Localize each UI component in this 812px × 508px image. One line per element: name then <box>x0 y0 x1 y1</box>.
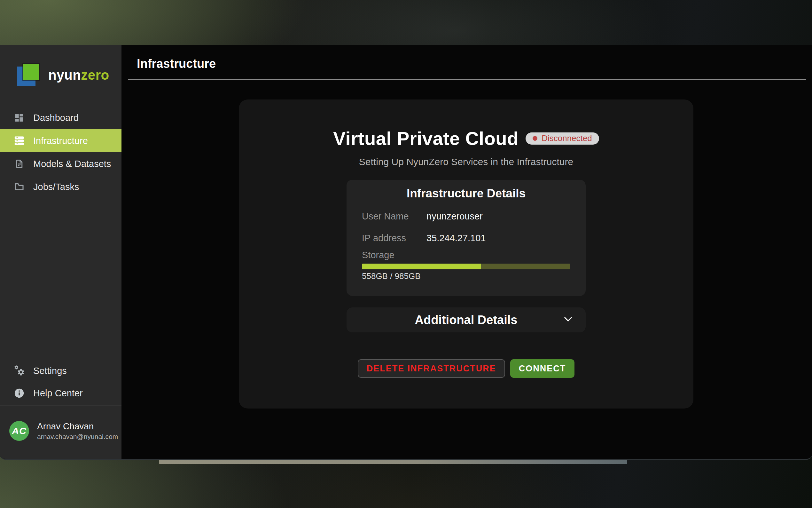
status-badge: Disconnected <box>526 132 599 144</box>
sidebar-item-infrastructure[interactable]: Infrastructure <box>0 129 122 152</box>
sidebar-nav: Dashboard <box>0 106 122 198</box>
sidebar-item-label: Settings <box>33 366 67 376</box>
desktop-base-strip <box>159 460 627 464</box>
chevron-down-icon <box>564 316 572 324</box>
connect-button[interactable]: CONNECT <box>510 359 575 378</box>
storage-label: Storage <box>362 250 394 260</box>
additional-details-toggle[interactable]: Additional Details <box>346 307 586 332</box>
brand-name: nyunzero <box>48 68 109 83</box>
detail-row-ip-address: IP address 35.244.27.101 <box>362 233 486 244</box>
sidebar: nyunzero Dashboard <box>0 45 122 459</box>
additional-details-title: Additional Details <box>415 313 518 327</box>
status-label: Disconnected <box>541 133 592 143</box>
detail-label: IP address <box>362 233 426 244</box>
delete-infrastructure-button[interactable]: DELETE INFRASTRUCTURE <box>358 359 505 378</box>
sidebar-item-models-datasets[interactable]: Models & Datasets <box>0 152 122 175</box>
sidebar-item-dashboard[interactable]: Dashboard <box>0 106 122 129</box>
action-buttons: DELETE INFRASTRUCTURE CONNECT <box>239 359 694 378</box>
detail-value: nyunzerouser <box>426 211 483 222</box>
sidebar-item-label: Dashboard <box>33 113 79 123</box>
sidebar-item-label: Models & Datasets <box>33 159 111 169</box>
sidebar-footer-nav: Settings Help Center <box>0 359 122 405</box>
sidebar-item-label: Infrastructure <box>33 136 88 146</box>
dashboard-icon <box>13 112 25 124</box>
sidebar-divider <box>0 406 122 406</box>
sidebar-item-label: Help Center <box>33 388 83 398</box>
folder-icon <box>13 181 25 193</box>
profile-email: arnav.chavan@nyunai.com <box>37 433 118 440</box>
sidebar-item-help-center[interactable]: Help Center <box>0 382 122 405</box>
infrastructure-details-card: Infrastructure Details User Name nyunzer… <box>346 180 586 296</box>
user-profile[interactable]: AC Arnav Chavan arnav.chavan@nyunai.com <box>9 421 118 441</box>
sidebar-item-jobs-tasks[interactable]: Jobs/Tasks <box>0 175 122 198</box>
detail-row-username: User Name nyunzerouser <box>362 211 483 222</box>
gears-icon <box>13 365 25 377</box>
vpc-card: Virtual Private Cloud Disconnected Setti… <box>239 99 694 409</box>
sidebar-item-settings[interactable]: Settings <box>0 359 122 382</box>
brand-logo-icon <box>17 64 47 86</box>
avatar: AC <box>9 421 29 441</box>
details-title: Infrastructure Details <box>346 187 586 200</box>
detail-label: User Name <box>362 211 426 222</box>
logo-green-square <box>23 64 39 80</box>
app-window: nyunzero Dashboard <box>0 45 812 460</box>
status-dot-icon <box>533 136 537 141</box>
detail-value: 35.244.27.101 <box>426 233 486 244</box>
storage-progress-fill <box>362 264 481 269</box>
header-divider <box>128 79 806 80</box>
page-title: Infrastructure <box>137 57 216 71</box>
sidebar-item-label: Jobs/Tasks <box>33 182 79 192</box>
vpc-subtitle: Setting Up NyunZero Services in the Infr… <box>239 157 694 167</box>
main-content: Infrastructure Virtual Private Cloud Dis… <box>122 45 812 459</box>
vpc-title: Virtual Private Cloud <box>333 128 519 149</box>
storage-progress-bar <box>362 264 570 269</box>
document-icon <box>13 158 25 170</box>
storage-caption: 558GB / 985GB <box>362 271 421 281</box>
servers-icon <box>13 135 25 146</box>
brand-logo: nyunzero <box>17 64 109 86</box>
info-icon <box>13 387 25 399</box>
profile-name: Arnav Chavan <box>37 421 118 431</box>
